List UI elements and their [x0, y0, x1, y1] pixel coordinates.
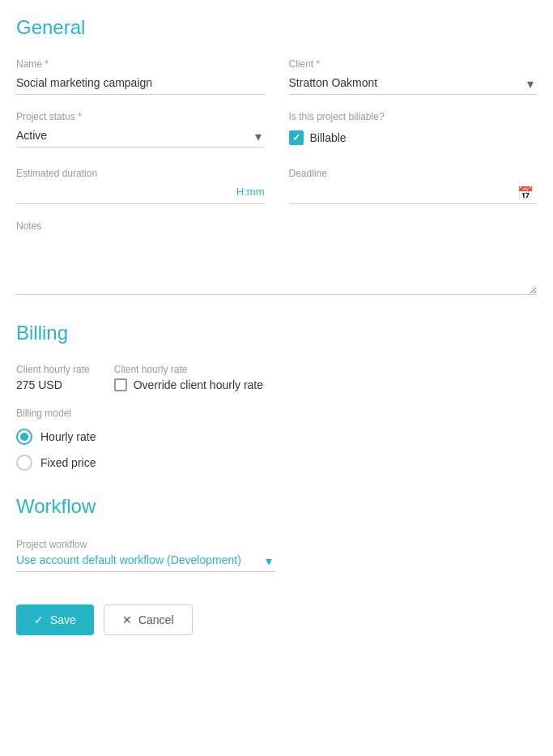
fixed-price-radio-label: Fixed price [40, 456, 96, 469]
deadline-wrapper: 📅 [289, 182, 538, 204]
general-section-title: General [16, 16, 537, 39]
billable-checkbox-label: Billable [310, 131, 347, 144]
hourly-rate-radio-inner [20, 433, 28, 441]
save-button-label: Save [50, 613, 76, 626]
override-label: Client hourly rate [114, 364, 263, 375]
client-select[interactable]: Stratton Oakmont [289, 73, 538, 94]
billing-model-radio-group: Hourly rate Fixed price [16, 429, 537, 471]
project-status-select-wrapper: Active Inactive On Hold ▾ [16, 126, 265, 147]
deadline-input[interactable] [289, 182, 538, 203]
cancel-x-icon: ✕ [122, 613, 132, 626]
workflow-section-title: Workflow [16, 495, 537, 518]
billable-checkbox[interactable] [289, 130, 304, 145]
deadline-label: Deadline [289, 168, 538, 179]
hourly-rate-radio-button[interactable] [16, 429, 32, 445]
name-input[interactable] [16, 73, 265, 95]
client-select-wrapper: Stratton Oakmont ▾ [289, 73, 538, 95]
override-checkbox[interactable] [114, 378, 127, 391]
hourly-rate-radio-label: Hourly rate [40, 430, 96, 443]
client-hourly-rate-info: Client hourly rate 275 USD [16, 364, 90, 391]
billable-section: Is this project billable? Billable [289, 111, 538, 152]
calendar-icon[interactable]: 📅 [517, 186, 534, 201]
override-checkbox-wrapper[interactable]: Override client hourly rate [114, 378, 263, 391]
client-hourly-rate-label: Client hourly rate [16, 364, 90, 375]
billable-checkbox-wrapper[interactable]: Billable [289, 130, 538, 145]
override-section: Client hourly rate Override client hourl… [114, 364, 263, 391]
project-workflow-label: Project workflow [16, 539, 87, 550]
cancel-button-label: Cancel [138, 613, 174, 626]
cancel-button[interactable]: ✕ Cancel [104, 604, 193, 635]
project-status-select[interactable]: Active Inactive On Hold [16, 126, 265, 147]
save-check-icon: ✓ [34, 613, 44, 626]
estimated-duration-input[interactable] [16, 182, 265, 203]
notes-label: Notes [16, 220, 537, 232]
project-status-label: Project status * [16, 111, 265, 122]
hourly-rate-radio-wrapper[interactable]: Hourly rate [16, 429, 537, 445]
action-buttons: ✓ Save ✕ Cancel [16, 604, 537, 635]
billing-model-label: Billing model [16, 408, 537, 419]
billing-section-title: Billing [16, 322, 537, 344]
fixed-price-radio-button[interactable] [16, 455, 32, 471]
workflow-select-wrapper: Use account default workflow (Developmen… [16, 550, 275, 572]
override-checkbox-label: Override client hourly rate [134, 378, 263, 391]
client-label: Client * [289, 58, 538, 70]
duration-hint: H:mm [236, 186, 265, 198]
save-button[interactable]: ✓ Save [16, 604, 94, 635]
estimated-duration-wrapper: H:mm [16, 182, 265, 204]
fixed-price-radio-wrapper[interactable]: Fixed price [16, 455, 537, 471]
client-hourly-rate-value: 275 USD [16, 378, 90, 391]
workflow-select[interactable]: Use account default workflow (Developmen… [16, 550, 275, 571]
billable-section-label: Is this project billable? [289, 111, 538, 122]
notes-textarea[interactable] [16, 238, 537, 295]
estimated-duration-label: Estimated duration [16, 168, 265, 179]
name-label: Name * [16, 58, 265, 70]
